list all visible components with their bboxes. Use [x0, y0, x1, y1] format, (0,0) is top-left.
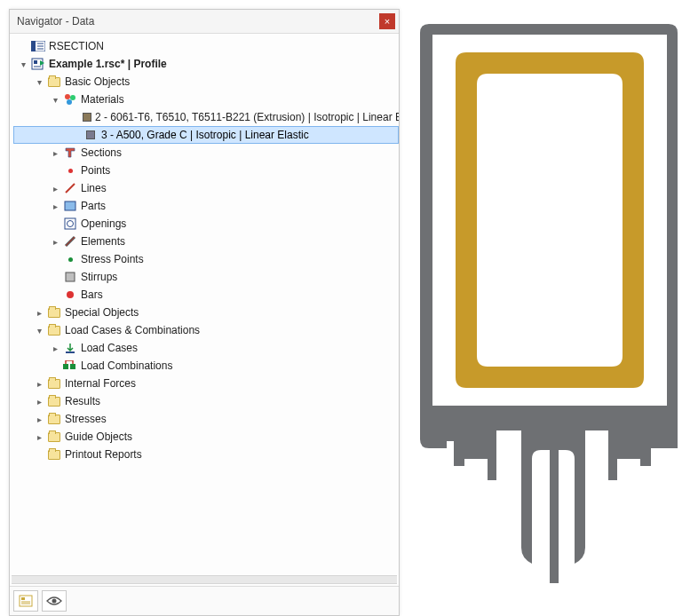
tree-load-cases-comb-label: Load Cases & Combinations	[65, 324, 205, 336]
svg-rect-21	[20, 596, 32, 606]
load-cases-icon	[63, 341, 77, 355]
tree-material-3[interactable]: 3 - A500, Grade C | Isotropic | Linear E…	[13, 126, 399, 144]
tab-data-button[interactable]	[13, 590, 38, 612]
svg-rect-12	[65, 201, 75, 210]
svg-point-9	[70, 95, 75, 100]
expander-icon[interactable]: ▾	[17, 58, 29, 70]
tree-lines-label: Lines	[81, 182, 112, 194]
tree-openings[interactable]: Openings	[13, 215, 399, 233]
svg-rect-17	[66, 272, 75, 281]
bars-icon	[63, 288, 77, 302]
project-icon	[31, 57, 45, 71]
folder-icon	[47, 305, 61, 320]
folder-icon	[47, 75, 61, 89]
svg-rect-1	[31, 41, 36, 51]
tree-elements[interactable]: ▸ Elements	[13, 233, 399, 250]
tree-lines[interactable]: ▸ Lines	[13, 179, 399, 197]
folder-icon	[47, 430, 61, 444]
svg-rect-19	[63, 364, 68, 369]
tree-stresses-label: Stresses	[65, 413, 112, 425]
panel-footer	[10, 586, 399, 615]
tree-sections[interactable]: ▸ Sections	[13, 144, 399, 162]
tree-special-objects[interactable]: ▸ Special Objects	[13, 304, 399, 321]
expander-icon[interactable]: ▸	[33, 306, 45, 319]
tree-special-objects-label: Special Objects	[65, 306, 144, 319]
app-icon	[31, 39, 45, 53]
material-swatch-icon	[83, 128, 98, 142]
navigator-panel: Navigator - Data × RSECTION ▾ Example 1.…	[9, 9, 400, 616]
expander-icon[interactable]: ▾	[33, 75, 45, 88]
tree-openings-label: Openings	[81, 217, 131, 230]
tree-internal-forces[interactable]: ▸ Internal Forces	[13, 375, 399, 392]
expander-icon[interactable]: ▾	[49, 93, 61, 106]
folder-icon	[47, 447, 61, 462]
tree-bars[interactable]: Bars	[13, 286, 399, 304]
tree-elements-label: Elements	[81, 235, 131, 248]
tree-guide-objects-label: Guide Objects	[65, 430, 138, 443]
tree-project-label: Example 1.rsc* | Profile	[49, 58, 172, 70]
tree-material-2[interactable]: 2 - 6061-T6, T6510, T6511-B221 (Extrusio…	[13, 108, 399, 126]
tree-root[interactable]: RSECTION	[13, 37, 399, 55]
load-combinations-icon	[63, 359, 77, 373]
svg-point-8	[65, 94, 70, 99]
tree-load-cases-comb[interactable]: ▾ Load Cases & Combinations	[13, 321, 399, 339]
tree-guide-objects[interactable]: ▸ Guide Objects	[13, 428, 399, 446]
horizontal-scrollbar[interactable]	[12, 575, 397, 584]
tree-stress-points[interactable]: Stress Points	[13, 250, 399, 268]
tree-material-3-label: 3 - A500, Grade C | Isotropic | Linear E…	[101, 129, 314, 141]
tree-results-label: Results	[65, 395, 106, 407]
eye-icon	[46, 596, 62, 606]
tree-materials[interactable]: ▾ Materials	[13, 91, 399, 108]
model-viewport[interactable]	[400, 0, 698, 616]
tree-sections-label: Sections	[81, 146, 127, 159]
tree-results[interactable]: ▸ Results	[13, 392, 399, 410]
folder-icon	[47, 376, 61, 391]
tree-load-cases-label: Load Cases	[81, 342, 143, 354]
expander-icon[interactable]: ▾	[33, 324, 45, 336]
tree-view[interactable]: RSECTION ▾ Example 1.rsc* | Profile ▾ Ba…	[10, 34, 399, 573]
expander-icon[interactable]: ▸	[33, 377, 45, 390]
stirrups-icon	[63, 270, 77, 284]
svg-rect-22	[21, 597, 25, 600]
panel-header: Navigator - Data ×	[10, 10, 399, 34]
tree-root-label: RSECTION	[49, 40, 109, 52]
folder-icon	[47, 394, 61, 408]
tree-load-combinations[interactable]: Load Combinations	[13, 357, 399, 375]
tree-load-combinations-label: Load Combinations	[81, 359, 178, 372]
tree-printout-reports[interactable]: Printout Reports	[13, 446, 399, 463]
sections-icon	[63, 146, 77, 160]
expander-icon[interactable]: ▸	[49, 235, 61, 248]
parts-icon	[63, 199, 77, 213]
profile-drawing	[411, 15, 686, 601]
folder-icon	[47, 323, 61, 337]
tree-points[interactable]: Points	[13, 162, 399, 179]
expander-icon[interactable]: ▸	[33, 413, 45, 425]
expander-icon[interactable]: ▸	[33, 395, 45, 407]
elements-icon	[63, 234, 77, 249]
expander-icon[interactable]: ▸	[49, 342, 61, 354]
app-root: Navigator - Data × RSECTION ▾ Example 1.…	[0, 0, 698, 616]
tree-stress-points-label: Stress Points	[81, 253, 149, 265]
tree-stresses[interactable]: ▸ Stresses	[13, 410, 399, 428]
tab-view-button[interactable]	[42, 590, 67, 612]
svg-rect-6	[34, 60, 37, 64]
expander-icon[interactable]: ▸	[49, 200, 61, 212]
tree-stirrups[interactable]: Stirrups	[13, 268, 399, 286]
expander-icon[interactable]: ▸	[49, 182, 61, 194]
close-button[interactable]: ×	[379, 13, 395, 29]
tree-material-2-label: 2 - 6061-T6, T6510, T6511-B221 (Extrusio…	[95, 111, 399, 123]
svg-line-11	[66, 184, 75, 193]
svg-point-10	[67, 99, 72, 105]
svg-line-16	[66, 237, 75, 246]
tree-load-cases[interactable]: ▸ Load Cases	[13, 339, 399, 357]
svg-point-25	[52, 599, 57, 604]
tree-basic-objects-label: Basic Objects	[65, 75, 135, 88]
tree-stirrups-label: Stirrups	[81, 271, 123, 283]
points-icon	[63, 163, 77, 178]
materials-icon	[63, 92, 77, 107]
tree-parts[interactable]: ▸ Parts	[13, 197, 399, 215]
expander-icon[interactable]: ▸	[33, 430, 45, 443]
expander-icon[interactable]: ▸	[49, 146, 61, 159]
tree-project[interactable]: ▾ Example 1.rsc* | Profile	[13, 55, 399, 73]
tree-basic-objects[interactable]: ▾ Basic Objects	[13, 73, 399, 91]
